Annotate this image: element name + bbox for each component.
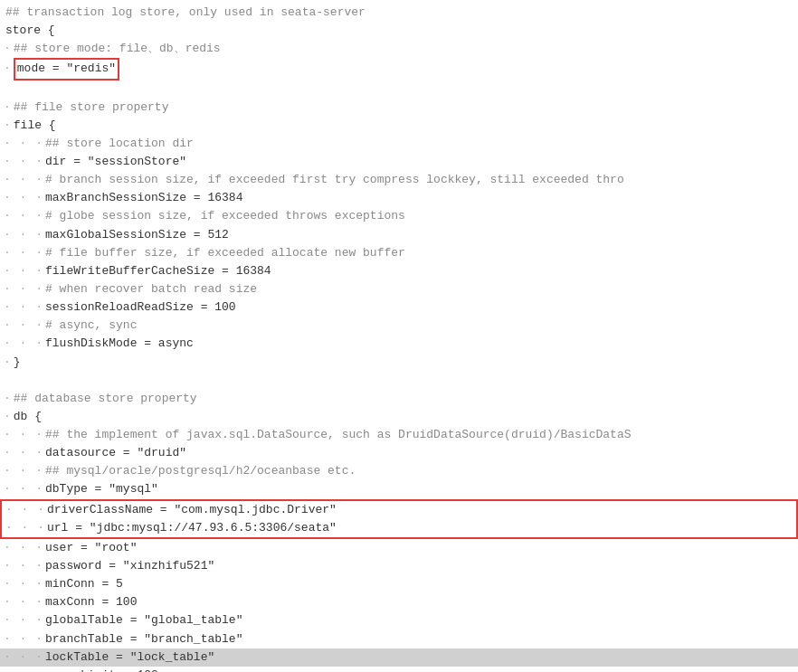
- code-line: · · · globalTable = "global_table": [0, 611, 798, 629]
- line-dots: · · ·: [4, 153, 43, 171]
- line-dots: · · ·: [4, 444, 43, 462]
- code-line: · · · dir = "sessionStore": [0, 153, 798, 171]
- line-text: queryLimit = 100: [45, 667, 158, 672]
- line-dots: · · ·: [4, 426, 43, 444]
- code-line: · mode = "redis": [0, 58, 798, 80]
- line-dots: ·: [4, 390, 12, 408]
- code-line: · · · dbType = "mysql": [0, 480, 798, 498]
- line-dots: ·: [4, 408, 12, 426]
- code-line: · · · ## the implement of javax.sql.Data…: [0, 426, 798, 444]
- line-text: dbType = "mysql": [45, 480, 158, 498]
- redbox-multiline: · · · driverClassName = "com.mysql.jdbc.…: [0, 499, 798, 539]
- line-dots: · · ·: [4, 226, 43, 244]
- line-dots: ·: [4, 117, 12, 135]
- line-dots: · · ·: [4, 667, 43, 672]
- line-dots: · · ·: [4, 189, 43, 207]
- line-text: minConn = 5: [45, 575, 123, 593]
- line-dots: · · ·: [4, 244, 43, 262]
- line-text: ## file store property: [14, 99, 169, 117]
- code-line: ## transaction log store, only used in s…: [0, 4, 798, 22]
- line-dots: · · ·: [4, 630, 43, 648]
- line-dots: · · ·: [4, 611, 43, 629]
- code-line: · · · password = "xinzhifu521": [0, 557, 798, 575]
- line-dots: · · ·: [4, 539, 43, 557]
- code-line: · · · maxGlobalSessionSize = 512: [0, 226, 798, 244]
- code-line: · }: [0, 354, 798, 372]
- line-text: maxGlobalSessionSize = 512: [45, 226, 229, 244]
- line-dots: · · ·: [4, 298, 43, 317]
- line-dots: · · ·: [4, 135, 43, 153]
- code-line: · ## file store property: [0, 99, 798, 117]
- code-line: · · · lockTable = "lock_table": [0, 648, 798, 667]
- line-text: fileWriteBufferCacheSize = 16384: [45, 262, 271, 280]
- line-text: # file buffer size, if exceeded allocate…: [45, 244, 405, 262]
- line-dots: · · ·: [4, 648, 43, 667]
- line-dots: · · ·: [4, 462, 43, 480]
- code-line: · db {: [0, 408, 798, 426]
- line-dots: · · ·: [4, 280, 43, 298]
- code-line: · · · # async, sync: [0, 317, 798, 335]
- line-text: flushDiskMode = async: [45, 335, 194, 353]
- line-text: maxBranchSessionSize = 16384: [45, 189, 242, 207]
- line-text: db {: [14, 408, 42, 426]
- code-line: · · · queryLimit = 100: [0, 667, 798, 672]
- code-line: · · · maxBranchSessionSize = 16384: [0, 189, 798, 207]
- line-text: # when recover batch read size: [45, 280, 257, 298]
- code-line: · · · driverClassName = "com.mysql.jdbc.…: [2, 501, 796, 519]
- code-line: · ## database store property: [0, 390, 798, 408]
- line-dots: · · ·: [4, 593, 43, 611]
- line-text: driverClassName = "com.mysql.jdbc.Driver…: [47, 501, 337, 519]
- line-text: globalTable = "global_table": [45, 611, 242, 629]
- line-dots: · · ·: [4, 335, 43, 353]
- line-dots: · · ·: [4, 317, 43, 335]
- code-line: · · · user = "root": [0, 539, 798, 557]
- line-text: user = "root": [45, 539, 137, 557]
- line-text: ## the implement of javax.sql.DataSource…: [45, 426, 632, 444]
- line-dots: · · ·: [5, 519, 45, 537]
- line-text: lockTable = "lock_table": [45, 648, 214, 667]
- line-dots: ·: [4, 60, 12, 78]
- code-line: · · · minConn = 5: [0, 575, 798, 593]
- code-line: · · · # branch session size, if exceeded…: [0, 171, 798, 189]
- line-text: password = "xinzhifu521": [45, 557, 214, 575]
- line-text: ## store location dir: [45, 135, 194, 153]
- code-line: · · · sessionReloadReadSize = 100: [0, 298, 798, 317]
- code-line: · · · url = "jdbc:mysql://47.93.6.5:3306…: [2, 519, 796, 537]
- line-dots: · · ·: [4, 575, 43, 593]
- line-text: datasource = "druid": [45, 444, 186, 462]
- line-dots: · · ·: [4, 262, 43, 280]
- code-line: · · · maxConn = 100: [0, 593, 798, 611]
- line-text: # branch session size, if exceeded first…: [45, 171, 624, 189]
- code-line: · · · # when recover batch read size: [0, 280, 798, 298]
- line-text: # async, sync: [45, 317, 137, 335]
- line-text: store {: [5, 22, 55, 40]
- line-text: dir = "sessionStore": [45, 153, 186, 171]
- code-line: · file {: [0, 117, 798, 135]
- code-line: store {: [0, 22, 798, 40]
- line-dots: ·: [4, 354, 12, 372]
- code-line: [0, 372, 798, 390]
- line-dots: ·: [4, 40, 12, 58]
- line-dots: · · ·: [4, 207, 43, 225]
- line-dots: · · ·: [4, 171, 43, 189]
- line-text: ## transaction log store, only used in s…: [5, 4, 366, 22]
- line-text: ## store mode: file、db、redis: [14, 40, 221, 58]
- line-text: # globe session size, if exceeded throws…: [45, 207, 405, 225]
- line-text: file {: [14, 117, 56, 135]
- line-text: }: [14, 354, 21, 372]
- line-dots: ·: [4, 99, 12, 117]
- code-line: [0, 80, 798, 99]
- line-text: maxConn = 100: [45, 593, 137, 611]
- line-dots: · · ·: [4, 557, 43, 575]
- code-line: · ## store mode: file、db、redis: [0, 40, 798, 58]
- line-text: sessionReloadReadSize = 100: [45, 298, 236, 317]
- line-dots: · · ·: [5, 501, 45, 519]
- line-text: ## mysql/oracle/postgresql/h2/oceanbase …: [45, 462, 356, 480]
- line-text: ## database store property: [14, 390, 197, 408]
- code-line: · · · datasource = "druid": [0, 444, 798, 462]
- code-line: · · · # file buffer size, if exceeded al…: [0, 244, 798, 262]
- code-editor: ## transaction log store, only used in s…: [0, 0, 798, 672]
- code-line: · · · fileWriteBufferCacheSize = 16384: [0, 262, 798, 280]
- code-line: · · · ## mysql/oracle/postgresql/h2/ocea…: [0, 462, 798, 480]
- line-text: url = "jdbc:mysql://47.93.6.5:3306/seata…: [47, 519, 337, 537]
